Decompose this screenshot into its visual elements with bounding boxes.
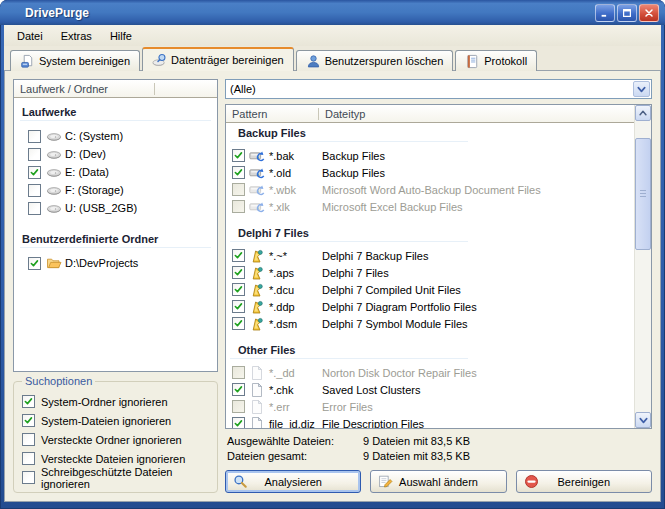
- file-pattern: *.wbk: [269, 184, 322, 196]
- option-row[interactable]: Versteckte Ordner ignorieren: [22, 430, 211, 449]
- file-row[interactable]: *.xlkMicrosoft Excel Backup Files: [226, 198, 634, 215]
- checkbox[interactable]: [232, 400, 245, 413]
- file-row[interactable]: *.chkSaved Lost Clusters: [226, 381, 634, 398]
- scrollbar-thumb[interactable]: [635, 138, 651, 250]
- checkbox[interactable]: [28, 130, 41, 143]
- checkbox[interactable]: [232, 317, 245, 330]
- window-title: DrivePurge: [25, 6, 593, 20]
- tab-log-icon: [465, 54, 480, 69]
- filter-select[interactable]: (Alle): [225, 79, 652, 99]
- button-label: Bereinigen: [558, 476, 611, 488]
- checkbox[interactable]: [22, 452, 35, 465]
- file-group-title: Backup Files: [238, 127, 634, 139]
- drive-item[interactable]: D: (Dev): [20, 145, 211, 163]
- file-row[interactable]: *.ddpDelphi 7 Diagram Portfolio Files: [226, 298, 634, 315]
- drive-item[interactable]: E: (Data): [20, 163, 211, 181]
- file-type: Delphi 7 Compiled Unit Files: [322, 284, 634, 296]
- scrollbar-track[interactable]: [635, 121, 651, 412]
- drive-item[interactable]: C: (System): [20, 127, 211, 145]
- file-row[interactable]: *.errError Files: [226, 398, 634, 415]
- item-label: D:\DevProjects: [65, 257, 138, 269]
- file-pattern: *.err: [269, 401, 322, 413]
- group-gap: [20, 217, 211, 229]
- checkbox[interactable]: [232, 366, 245, 379]
- file-row[interactable]: *.apsDelphi 7 Files: [226, 264, 634, 281]
- checkbox[interactable]: [22, 395, 35, 408]
- file-row[interactable]: file_id.dizFile Description Files: [226, 415, 634, 428]
- delphi-icon: [249, 265, 265, 281]
- chevron-down-icon[interactable]: [633, 81, 650, 97]
- tab-system-bereinigen[interactable]: System bereinigen: [10, 50, 140, 71]
- minimize-button[interactable]: [595, 4, 615, 22]
- file-table-header[interactable]: Pattern Dateityp: [226, 105, 634, 123]
- checkbox[interactable]: [28, 148, 41, 161]
- checkbox[interactable]: [28, 184, 41, 197]
- edit-icon: [378, 474, 393, 489]
- checkbox[interactable]: [232, 149, 245, 162]
- total-files-value: 9 Dateien mit 83,5 KB: [363, 450, 470, 462]
- tab-label: System bereinigen: [39, 55, 130, 67]
- file-pattern: *._dd: [269, 367, 322, 379]
- checkbox[interactable]: [22, 471, 35, 484]
- file-pattern: *.xlk: [269, 201, 322, 213]
- folder-item[interactable]: D:\DevProjects: [20, 254, 211, 272]
- column-pattern[interactable]: Pattern: [226, 108, 318, 120]
- checkbox[interactable]: [28, 202, 41, 215]
- file-row[interactable]: *.dcuDelphi 7 Compiled Unit Files: [226, 281, 634, 298]
- file-group-rule: [230, 358, 468, 359]
- checkbox[interactable]: [232, 283, 245, 296]
- checkbox[interactable]: [232, 266, 245, 279]
- file-row[interactable]: *.bakBackup Files: [226, 147, 634, 164]
- scroll-down-icon[interactable]: [635, 412, 651, 428]
- checkbox[interactable]: [22, 433, 35, 446]
- column-dateityp[interactable]: Dateityp: [319, 108, 371, 120]
- drives-panel-header[interactable]: Laufwerk / Ordner: [14, 80, 217, 98]
- checkbox[interactable]: [232, 166, 245, 179]
- menu-item-hilfe[interactable]: Hilfe: [101, 28, 141, 44]
- checkbox[interactable]: [232, 249, 245, 262]
- tab-protokoll[interactable]: Protokoll: [455, 50, 537, 71]
- item-label: F: (Storage): [65, 184, 124, 196]
- checkbox[interactable]: [22, 414, 35, 427]
- file-row[interactable]: *._ddNorton Disk Doctor Repair Files: [226, 364, 634, 381]
- maximize-button[interactable]: [617, 4, 637, 22]
- checkbox[interactable]: [232, 383, 245, 396]
- scroll-up-icon[interactable]: [635, 105, 651, 121]
- file-icon: [249, 399, 265, 415]
- option-row[interactable]: System-Ordner ignorieren: [22, 392, 211, 411]
- tab-label: Protokoll: [484, 55, 527, 67]
- analyze-button[interactable]: Analysieren: [225, 470, 361, 493]
- selected-files-value: 9 Dateien mit 83,5 KB: [363, 435, 470, 447]
- checkbox[interactable]: [232, 417, 245, 428]
- tab-datentraeger-bereinigen[interactable]: Datenträger bereinigen: [142, 47, 294, 71]
- drive-item[interactable]: F: (Storage): [20, 181, 211, 199]
- file-pattern: *.aps: [269, 267, 322, 279]
- checkbox[interactable]: [28, 257, 41, 270]
- title-bar[interactable]: DrivePurge: [0, 0, 665, 25]
- group-title: Laufwerke: [22, 106, 209, 118]
- checkbox[interactable]: [28, 166, 41, 179]
- menu-item-extras[interactable]: Extras: [52, 28, 101, 44]
- drive-item[interactable]: U: (USB_2GB): [20, 199, 211, 217]
- backup-icon: [249, 148, 265, 164]
- option-row[interactable]: Schreibgeschützte Dateien ignorieren: [22, 468, 211, 487]
- clean-button[interactable]: Bereinigen: [516, 470, 652, 493]
- file-row[interactable]: *.oldBackup Files: [226, 164, 634, 181]
- file-type: Backup Files: [322, 150, 634, 162]
- file-row[interactable]: *.wbkMicrosoft Word Auto-Backup Document…: [226, 181, 634, 198]
- file-row[interactable]: *.~*Delphi 7 Backup Files: [226, 247, 634, 264]
- tab-system-icon: [20, 54, 35, 69]
- file-pattern: *.ddp: [269, 301, 322, 313]
- option-row[interactable]: System-Dateien ignorieren: [22, 411, 211, 430]
- checkbox[interactable]: [232, 183, 245, 196]
- tab-benutzerspuren-loeschen[interactable]: Benutzerspuren löschen: [296, 50, 454, 71]
- checkbox[interactable]: [232, 200, 245, 213]
- item-label: D: (Dev): [65, 148, 106, 160]
- scrollbar[interactable]: [634, 105, 651, 428]
- checkbox[interactable]: [232, 300, 245, 313]
- backup-icon: [249, 165, 265, 181]
- close-button[interactable]: [639, 4, 659, 22]
- menu-item-datei[interactable]: Datei: [8, 28, 52, 44]
- change-selection-button[interactable]: Auswahl ändern: [370, 470, 506, 493]
- file-row[interactable]: *.dsmDelphi 7 Symbol Module Files: [226, 315, 634, 332]
